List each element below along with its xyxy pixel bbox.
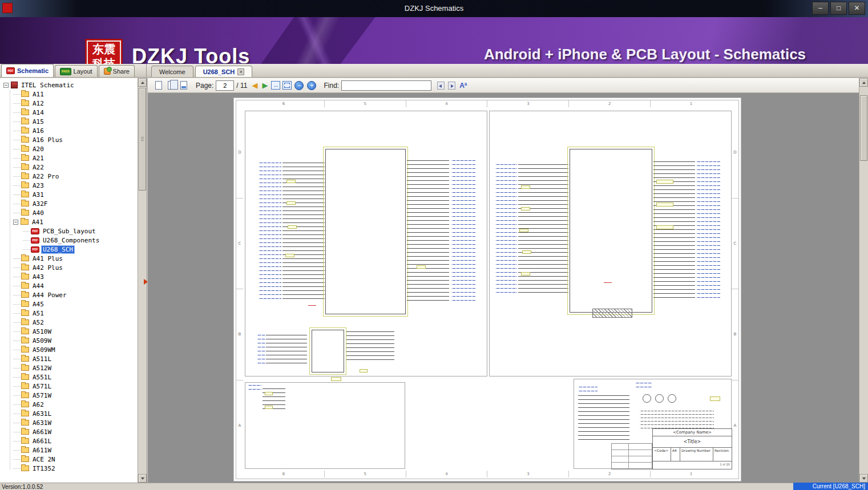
tree-branch-line xyxy=(13,167,21,168)
tree-item-a51[interactable]: A51 xyxy=(0,309,138,318)
doc-tab-u268-sch[interactable]: U268_SCH × xyxy=(195,66,253,77)
schematic-viewer[interactable]: 654321 654321 DCBA DCBA xyxy=(148,93,859,483)
page-number-input[interactable] xyxy=(216,80,234,91)
folder-icon xyxy=(21,329,29,334)
tree-item-a43[interactable]: A43 xyxy=(0,272,138,281)
zoom-in-icon[interactable]: + xyxy=(307,81,316,90)
tree-item-a551l[interactable]: A551L xyxy=(0,372,138,382)
tree-item-a611w[interactable]: A611W xyxy=(0,446,138,455)
single-page-view-icon[interactable] xyxy=(153,80,164,91)
tree-item-a14[interactable]: A14 xyxy=(0,108,138,117)
tree-item-label: A11 xyxy=(31,91,45,98)
tree-item-a15[interactable]: A15 xyxy=(0,117,138,126)
scroll-down-icon[interactable] xyxy=(138,474,147,483)
scroll-down-icon[interactable] xyxy=(859,474,868,483)
collapse-toggle-icon[interactable]: − xyxy=(13,220,18,225)
tree-item-a45[interactable]: A45 xyxy=(0,299,138,309)
previous-page-icon[interactable]: ◀ xyxy=(252,81,257,90)
collapse-toggle-icon[interactable]: − xyxy=(3,83,9,88)
tree-item-pcb_sub_layout[interactable]: PDFPCB_Sub_layout xyxy=(0,226,138,236)
pdf-file-icon: PDF xyxy=(31,237,39,244)
tree-item-a16-plus[interactable]: A16 Plus xyxy=(0,135,138,144)
tree-item-a511l[interactable]: A511L xyxy=(0,354,138,363)
title-block-drawing-number: Drawing Number xyxy=(680,448,713,461)
tree-item-a41-plus[interactable]: A41 Plus xyxy=(0,254,138,263)
tree-item-a23[interactable]: A23 xyxy=(0,181,138,190)
tab-schematic[interactable]: PDF Schematic xyxy=(1,64,54,77)
tree-item-a512w[interactable]: A512W xyxy=(0,363,138,372)
tree-item-a44[interactable]: A44 xyxy=(0,281,138,290)
continuous-view-icon[interactable] xyxy=(178,80,189,91)
minimize-button[interactable]: – xyxy=(812,2,829,15)
tree-item-label: A14 xyxy=(31,109,45,116)
tree-item-label: A42 Plus xyxy=(31,264,64,272)
tree-item-a42-plus[interactable]: A42 Plus xyxy=(0,263,138,272)
find-previous-icon[interactable] xyxy=(437,82,445,90)
tree-item-a22-pro[interactable]: A22 Pro xyxy=(0,172,138,181)
close-button[interactable]: ✕ xyxy=(849,2,865,15)
tree-branch-line xyxy=(13,459,21,460)
tree-item-a41[interactable]: −A41 xyxy=(0,217,138,226)
tree-item-itel-schematic[interactable]: −ITEL Schematic xyxy=(0,80,138,90)
tree-item-a661l[interactable]: A661L xyxy=(0,436,138,446)
facing-page-view-icon[interactable] xyxy=(165,80,177,91)
tab-layout[interactable]: PADS Layout xyxy=(55,65,98,77)
fit-page-icon[interactable] xyxy=(282,81,292,90)
tab-share[interactable]: Share xyxy=(99,65,135,77)
folder-icon xyxy=(21,219,29,225)
scroll-up-icon[interactable] xyxy=(859,78,868,87)
tree-item-a52[interactable]: A52 xyxy=(0,318,138,327)
tree-item-a509w[interactable]: A509W xyxy=(0,336,138,345)
tree-item-it1352[interactable]: IT1352 xyxy=(0,464,138,473)
tree-item-a510w[interactable]: A510W xyxy=(0,327,138,336)
title-block-company: <Company Name> xyxy=(653,429,732,436)
schematic-library-icon xyxy=(11,82,18,88)
tree-item-label: A52 xyxy=(31,319,45,326)
scroll-up-icon[interactable] xyxy=(138,78,147,87)
find-input[interactable] xyxy=(341,80,431,91)
tree-item-a32f[interactable]: A32F xyxy=(0,199,138,208)
close-tab-icon[interactable]: × xyxy=(237,68,244,75)
grid-reference-label: C xyxy=(732,198,738,289)
doc-tab-welcome[interactable]: Welcome xyxy=(151,66,193,77)
find-next-icon[interactable] xyxy=(448,82,455,90)
tree-item-a21[interactable]: A21 xyxy=(0,153,138,163)
tree-item-label: A23 xyxy=(31,182,45,189)
tree-item-a509wm[interactable]: A509WM xyxy=(0,345,138,354)
grid-reference-label: A xyxy=(732,380,738,471)
tree-item-a16[interactable]: A16 xyxy=(0,126,138,135)
tree-branch-line xyxy=(13,122,21,122)
tree-item-a31[interactable]: A31 xyxy=(0,190,138,199)
tree-item-a40[interactable]: A40 xyxy=(0,208,138,217)
viewer-scrollbar[interactable] xyxy=(859,78,868,483)
tree-item-a62[interactable]: A62 xyxy=(0,400,138,409)
zoom-out-icon[interactable]: − xyxy=(294,81,304,90)
tree-item-label: A631W xyxy=(31,419,53,427)
next-page-icon[interactable]: ▶ xyxy=(262,81,268,90)
tree-item-a11[interactable]: A11 xyxy=(0,90,138,99)
tree-item-ace-2n[interactable]: ACE 2N xyxy=(0,455,138,464)
tree-item-label: ITEL Schematic xyxy=(20,82,75,89)
highlight-mark xyxy=(308,305,316,306)
sidebar-splitter-handle[interactable] xyxy=(144,279,148,285)
tree-item-a22[interactable]: A22 xyxy=(0,163,138,172)
tree-branch-line xyxy=(13,213,21,213)
tree-item-a571l[interactable]: A571L xyxy=(0,382,138,391)
tree-item-u268_components[interactable]: PDFU268_Components xyxy=(0,236,138,245)
window-titlebar: DZKJ Schematics – □ ✕ xyxy=(0,0,868,17)
fit-width-icon[interactable]: ↔ xyxy=(271,81,280,90)
viewer-scrollbar-thumb[interactable] xyxy=(860,95,867,161)
net-label-column xyxy=(248,385,261,390)
tree-item-a661w[interactable]: A661W xyxy=(0,427,138,436)
maximize-button[interactable]: □ xyxy=(830,2,847,15)
sidebar-scrollbar-thumb[interactable] xyxy=(139,88,146,191)
tree-item-a631l[interactable]: A631L xyxy=(0,409,138,418)
tree-item-a20[interactable]: A20 xyxy=(0,144,138,153)
tree-item-a631w[interactable]: A631W xyxy=(0,418,138,427)
tree-item-a571w[interactable]: A571W xyxy=(0,391,138,400)
tree-item-u268_sch[interactable]: PDFU268_SCH xyxy=(0,245,138,254)
tree-item-a44-power[interactable]: A44 Power xyxy=(0,290,138,299)
tree-item-a12[interactable]: A12 xyxy=(0,99,138,108)
folder-icon xyxy=(21,292,29,298)
match-case-icon[interactable]: Aª xyxy=(459,82,467,90)
